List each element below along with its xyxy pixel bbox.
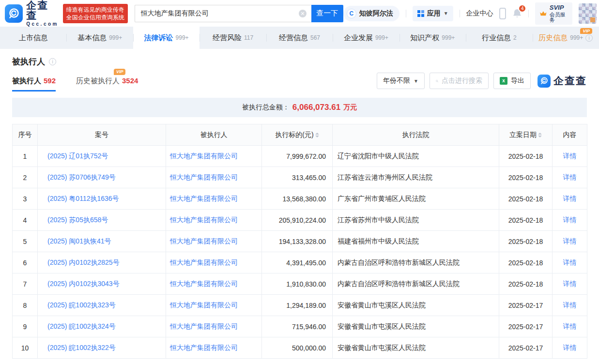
table-row: 2(2025) 苏0706执749号恒大地产集团有限公司313,465.00江苏…: [13, 167, 587, 188]
zhibi-alpha-button[interactable]: C 知彼阿尔法: [343, 6, 399, 21]
chevron-down-icon: ▼: [444, 11, 448, 16]
info-icon[interactable]: i: [585, 34, 593, 42]
notifications-button[interactable]: 4: [512, 8, 522, 19]
nav-tab-listed[interactable]: 上市信息: [0, 27, 66, 49]
qcc-logo-icon: [5, 4, 23, 23]
user-avatar[interactable]: [579, 3, 597, 24]
total-amount-value: 6,066,073.61: [292, 103, 340, 112]
company-link-container: 恒大地产集团有限公司: [166, 231, 262, 252]
nav-tab-label: 经营风险: [213, 33, 242, 43]
vip-badge: VIP: [580, 28, 592, 34]
table-search-box[interactable]: 点击进行搜索: [430, 73, 489, 89]
clear-search-icon[interactable]: ✕: [299, 10, 307, 17]
detail-link[interactable]: 详情: [563, 173, 577, 181]
case-number-link[interactable]: (2025) 闽01执恢41号: [47, 237, 111, 245]
date-cell: 2025-02-17: [499, 316, 553, 337]
nav-tab-risk[interactable]: 经营风险117: [200, 27, 266, 49]
case-number-link[interactable]: (2025) 内0102执3043号: [47, 280, 120, 288]
company-link-container: 恒大地产集团有限公司: [166, 337, 262, 359]
detail-link[interactable]: 详情: [563, 216, 577, 224]
export-button[interactable]: x 导出: [493, 73, 531, 89]
detail-link[interactable]: 详情: [563, 344, 577, 351]
qcc-logo[interactable]: 企查查 Qcc.com: [5, 0, 59, 27]
case-number-link[interactable]: (2025) 皖1002执324号: [47, 322, 116, 330]
company-search-bar: ✕ 查一下: [135, 5, 343, 22]
court-cell: 广东省广州市黄埔区人民法院: [333, 188, 499, 210]
seq-cell: 8: [13, 295, 38, 316]
detail-link-container: 详情: [553, 188, 587, 210]
amount-cell: 715,946.00: [262, 316, 333, 337]
company-link[interactable]: 恒大地产集团有限公司: [170, 344, 238, 351]
case-number-link[interactable]: (2025) 粤0112执1636号: [47, 195, 119, 202]
company-link[interactable]: 恒大地产集团有限公司: [170, 216, 238, 224]
company-link[interactable]: 恒大地产集团有限公司: [170, 237, 238, 245]
apps-menu-button[interactable]: 应用 ▼: [413, 6, 453, 21]
nav-tab-ip[interactable]: 知识产权999+: [399, 27, 466, 49]
mobile-app-icon[interactable]: [499, 8, 506, 19]
case-number-link[interactable]: (2025) 皖1002执322号: [47, 344, 116, 351]
company-link[interactable]: 恒大地产集团有限公司: [170, 322, 238, 330]
year-filter-dropdown[interactable]: 年份不限 ▼: [377, 73, 425, 89]
amount-cell: 194,133,328.00: [262, 231, 333, 252]
company-link[interactable]: 恒大地产集团有限公司: [170, 173, 238, 181]
sub-tab-count: 3524: [122, 76, 138, 85]
detail-link[interactable]: 详情: [563, 152, 577, 160]
detail-link[interactable]: 详情: [563, 195, 577, 202]
nav-tab-development[interactable]: 企业发展999+: [333, 27, 399, 49]
enterprise-center-link[interactable]: 企业中心: [466, 9, 493, 18]
court-cell: 福建省福州市中级人民法院: [333, 231, 499, 252]
nav-tab-count: 999+: [442, 34, 455, 41]
seq-cell: 5: [13, 231, 38, 252]
total-amount-banner: 被执行总金额： 6,066,073.61 万元: [12, 98, 587, 117]
company-link[interactable]: 恒大地产集团有限公司: [170, 152, 238, 160]
company-link[interactable]: 恒大地产集团有限公司: [170, 258, 238, 266]
case-number-link[interactable]: (2025) 苏0706执749号: [47, 173, 116, 181]
amount-cell: 313,465.00: [262, 167, 333, 188]
nav-tab-industry[interactable]: 行业信息2: [466, 27, 532, 49]
detail-link[interactable]: 详情: [563, 280, 577, 288]
case-number-link-container: (2025) 皖1002执322号: [38, 337, 166, 359]
case-number-link-container: (2025) 内0102执3043号: [38, 273, 166, 295]
date-cell: 2025-02-18: [499, 167, 553, 188]
company-link[interactable]: 恒大地产集团有限公司: [170, 195, 238, 202]
table-row: 6(2025) 内0102执2825号恒大地产集团有限公司4,391,495.0…: [13, 252, 587, 273]
column-header: 内容: [553, 124, 587, 146]
sub-tab-current[interactable]: 被执行人592: [12, 76, 56, 91]
company-search-input[interactable]: [135, 5, 311, 22]
column-header[interactable]: 执行标的(元): [262, 124, 333, 146]
case-number-link[interactable]: (2025) 皖1002执323号: [47, 301, 116, 309]
sort-icon[interactable]: [538, 133, 542, 137]
nav-tab-label: 上市信息: [19, 33, 48, 43]
nav-tab-label: 行业信息: [482, 33, 511, 43]
detail-link[interactable]: 详情: [563, 322, 577, 330]
nav-tab-label: 历史信息: [538, 33, 568, 43]
company-link[interactable]: 恒大地产集团有限公司: [170, 280, 238, 288]
detail-link[interactable]: 详情: [563, 301, 577, 309]
sub-tab-history[interactable]: VIP历史被执行人3524: [76, 76, 138, 91]
seq-cell: 9: [13, 316, 38, 337]
nav-tab-lawsuit[interactable]: 法律诉讼999+: [133, 27, 200, 49]
case-number-link[interactable]: (2025) 内0102执2825号: [47, 258, 120, 266]
court-cell: 内蒙古自治区呼和浩特市新城区人民法院: [333, 273, 499, 295]
sort-icon[interactable]: [315, 133, 319, 137]
nav-tab-operation[interactable]: 经营信息567: [266, 27, 333, 49]
detail-link-container: 详情: [553, 146, 587, 167]
table-row: 4(2025) 苏05执658号恒大地产集团有限公司205,910,224.00…: [13, 210, 587, 231]
svip-membership-button[interactable]: SVIP 会员服务: [535, 2, 572, 25]
case-number-link[interactable]: (2025) 辽01执752号: [47, 152, 108, 160]
court-cell: 安徽省黄山市屯溪区人民法院: [333, 316, 499, 337]
case-number-link[interactable]: (2025) 苏05执658号: [47, 216, 108, 224]
info-icon[interactable]: i: [49, 58, 56, 65]
nav-tab-history[interactable]: VIP历史信息999+i: [533, 27, 599, 49]
detail-link[interactable]: 详情: [563, 237, 577, 245]
search-button[interactable]: 查一下: [311, 5, 343, 22]
company-link-container: 恒大地产集团有限公司: [166, 295, 262, 316]
nav-tab-basic[interactable]: 基本信息999+: [66, 27, 133, 49]
company-link[interactable]: 恒大地产集团有限公司: [170, 301, 238, 309]
table-row: 1(2025) 辽01执752号恒大地产集团有限公司7,999,672.00辽宁…: [13, 146, 587, 167]
excel-icon: x: [500, 77, 507, 85]
detail-link[interactable]: 详情: [563, 258, 577, 266]
column-header: 被执行人: [166, 124, 262, 146]
column-header[interactable]: 立案日期: [499, 124, 553, 146]
amount-cell: 205,910,224.00: [262, 210, 333, 231]
